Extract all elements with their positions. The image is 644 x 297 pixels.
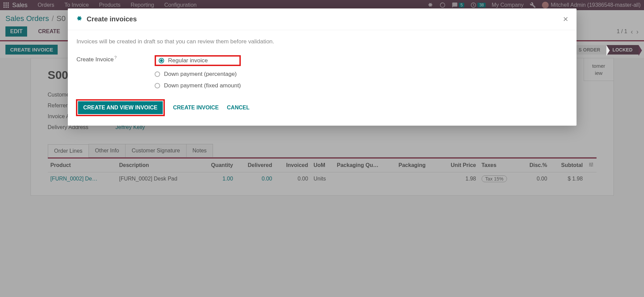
highlight-regular-invoice: Regular invoice	[155, 55, 241, 66]
bug-icon[interactable]	[76, 15, 83, 23]
radio-regular-invoice[interactable]: Regular invoice	[159, 57, 208, 64]
invoice-type-radio-group: Regular invoice Down payment (percentage…	[155, 55, 241, 89]
radio-circle-icon	[159, 58, 164, 63]
radio-circle-icon	[155, 71, 160, 77]
modal-overlay[interactable]: Create invoices × Invoices will be creat…	[0, 0, 644, 297]
highlight-create-and-view: CREATE AND VIEW INVOICE	[76, 99, 165, 116]
create-invoices-modal: Create invoices × Invoices will be creat…	[68, 8, 577, 126]
modal-title: Create invoices	[87, 15, 137, 23]
create-invoice-modal-button[interactable]: CREATE INVOICE	[173, 105, 219, 111]
radio-down-payment-fixed[interactable]: Down payment (fixed amount)	[155, 82, 241, 89]
close-icon[interactable]: ×	[563, 14, 568, 24]
create-invoice-label: Create Invoice?	[77, 55, 155, 89]
cancel-button[interactable]: CANCEL	[227, 105, 250, 111]
radio-circle-icon	[155, 83, 160, 88]
radio-down-payment-percentage[interactable]: Down payment (percentage)	[155, 71, 241, 78]
create-and-view-invoice-button[interactable]: CREATE AND VIEW INVOICE	[78, 101, 163, 114]
modal-info-text: Invoices will be created in draft so tha…	[77, 38, 568, 45]
help-icon[interactable]: ?	[114, 55, 117, 60]
